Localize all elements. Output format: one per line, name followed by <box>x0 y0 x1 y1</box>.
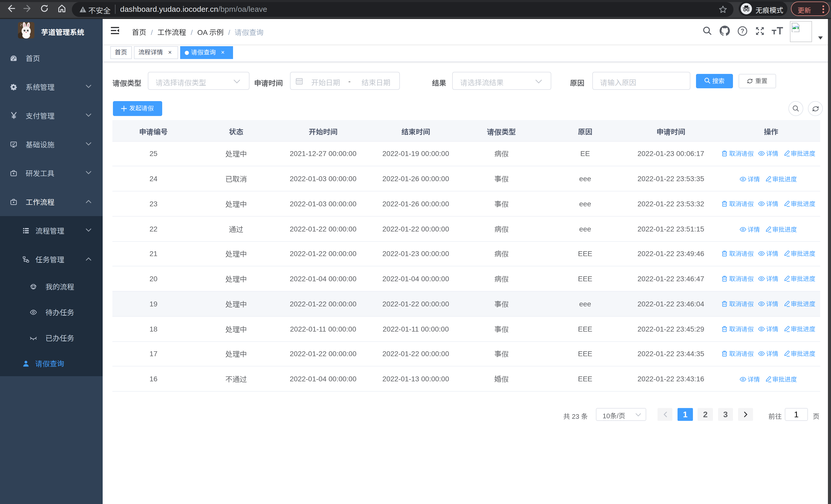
svg-text:?: ? <box>740 27 744 34</box>
